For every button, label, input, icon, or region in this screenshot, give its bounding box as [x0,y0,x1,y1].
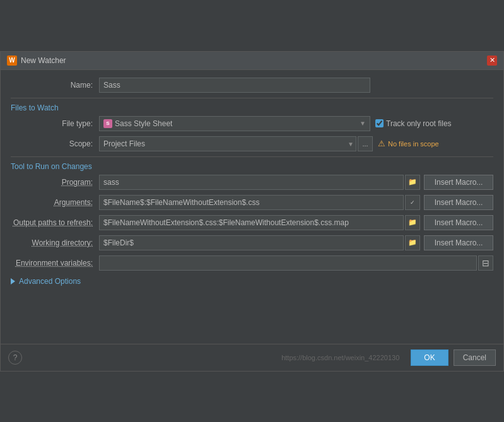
dialog-title: New Watcher [21,56,66,65]
program-browse-button[interactable]: 📁 [405,175,420,190]
program-label: Program: [11,178,99,187]
tool-section-header: Tool to Run on Changes [11,162,493,171]
dialog-icon-label: W [9,57,15,64]
arguments-label: Arguments: [11,198,99,207]
env-vars-label: Environment variables: [11,259,99,267]
arguments-insert-macro-button[interactable]: Insert Macro... [424,195,493,210]
working-dir-insert-macro-button[interactable]: Insert Macro... [424,235,493,250]
name-row: Name: [11,78,493,93]
body-spacer [11,286,493,336]
dialog-icon: W [7,56,17,66]
advanced-options-label: Advanced Options [19,277,81,286]
no-files-label: No files in scope [388,140,439,148]
advanced-options-triangle-icon [11,278,15,284]
track-only-wrapper: Track only root files [375,119,452,128]
output-paths-insert-macro-button[interactable]: Insert Macro... [424,215,493,230]
output-paths-browse-button[interactable]: 📁 [405,215,420,230]
env-vars-expand-button[interactable]: ⊟ [478,255,493,271]
close-button[interactable]: ✕ [487,56,497,66]
output-paths-input-wrapper: 📁 [99,215,420,230]
files-to-watch-header: Files to Watch [11,103,493,112]
working-dir-row: Working directory: 📁 Insert Macro... [11,235,493,250]
program-input-wrapper: 📁 [99,175,420,190]
scope-dots-button[interactable]: ... [358,136,373,151]
track-only-label: Track only root files [386,119,452,128]
env-vars-input-wrapper: ⊟ [99,255,493,271]
program-input[interactable] [99,175,404,190]
file-type-select[interactable]: S Sass Style Sheet ▼ [99,116,370,131]
warning-icon: ⚠ [378,139,385,148]
arguments-clear-button[interactable]: ✓ [405,195,420,210]
footer-left: ? [8,351,22,365]
arguments-input-wrapper: ✓ [99,195,420,210]
name-input[interactable] [99,78,370,93]
arguments-row: Arguments: ✓ Insert Macro... [11,195,493,210]
url-label: https://blog.csdn.net/weixin_42220130 [281,354,399,361]
env-vars-input[interactable] [99,255,477,271]
scope-row: Scope: Project Files ▼ ... ⚠ No files in… [11,136,493,151]
advanced-options-section[interactable]: Advanced Options [11,277,493,286]
file-type-row: File type: S Sass Style Sheet ▼ Track on… [11,116,493,131]
output-paths-label: Output paths to refresh: [11,218,99,227]
footer-right: https://blog.csdn.net/weixin_42220130 OK… [281,349,496,366]
working-dir-input-wrapper: 📁 [99,235,420,250]
dialog-body: Name: Files to Watch File type: S Sass S… [1,70,503,344]
working-dir-browse-button[interactable]: 📁 [405,235,420,250]
program-row: Program: 📁 Insert Macro... [11,175,493,190]
file-type-arrow-icon: ▼ [360,120,366,127]
help-button[interactable]: ? [8,351,22,365]
working-dir-input[interactable] [99,235,404,250]
file-type-value: Sass Style Sheet [115,119,360,128]
cancel-button[interactable]: Cancel [454,349,496,366]
program-insert-macro-button[interactable]: Insert Macro... [424,175,493,190]
working-dir-label: Working directory: [11,238,99,247]
no-files-badge: ⚠ No files in scope [378,139,439,148]
output-paths-row: Output paths to refresh: 📁 Insert Macro.… [11,215,493,230]
scope-label: Scope: [11,139,99,148]
track-only-checkbox[interactable] [375,119,384,127]
arguments-input[interactable] [99,195,404,210]
output-paths-input[interactable] [99,215,404,230]
file-type-label: File type: [11,119,99,128]
title-bar-left: W New Watcher [7,56,66,66]
new-watcher-dialog: W New Watcher ✕ Name: Files to Watch Fil… [0,51,504,372]
ok-button[interactable]: OK [411,349,448,366]
dialog-footer: ? https://blog.csdn.net/weixin_42220130 … [1,344,503,371]
name-label: Name: [11,81,99,90]
sass-icon: S [103,119,112,128]
title-bar: W New Watcher ✕ [1,52,503,70]
env-vars-row: Environment variables: ⊟ [11,255,493,271]
scope-select[interactable]: Project Files [99,136,356,151]
